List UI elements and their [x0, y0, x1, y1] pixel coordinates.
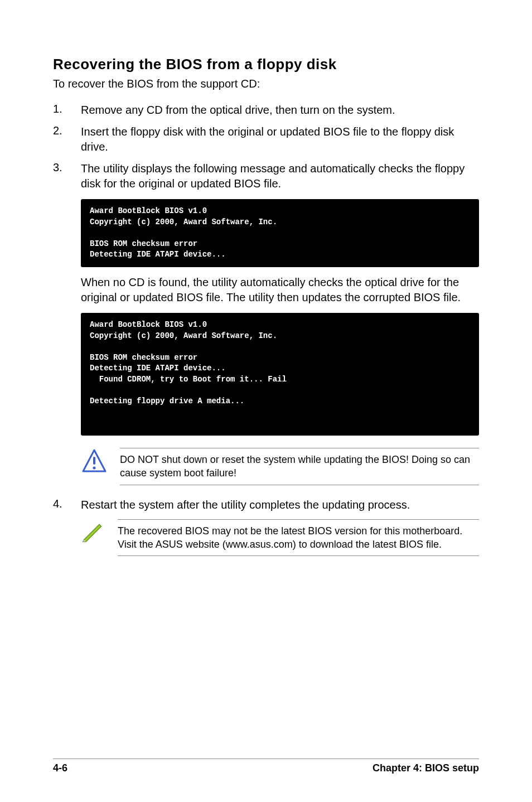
- step-text: Insert the floppy disk with the original…: [81, 124, 479, 154]
- step-number: 2.: [53, 124, 81, 154]
- page-footer: 4-6 Chapter 4: BIOS setup: [53, 758, 479, 774]
- step-2: 2. Insert the floppy disk with the origi…: [53, 124, 479, 154]
- step-text: The utility displays the following messa…: [81, 161, 479, 191]
- chapter-label: Chapter 4: BIOS setup: [373, 762, 479, 774]
- note-text: The recovered BIOS may not be the latest…: [118, 519, 479, 557]
- step-text: Restart the system after the utility com…: [81, 497, 479, 513]
- step-text: Remove any CD from the optical drive, th…: [81, 103, 479, 118]
- step-4: 4. Restart the system after the utility …: [53, 497, 479, 513]
- svg-point-2: [93, 466, 96, 469]
- svg-rect-1: [93, 457, 95, 465]
- page-number: 4-6: [53, 762, 67, 774]
- step-number: 1.: [53, 103, 81, 118]
- intro-text: To recover the BIOS from the support CD:: [53, 78, 479, 90]
- step-number: 4.: [53, 497, 81, 513]
- terminal-output-1: Award BootBlock BIOS v1.0 Copyright (c) …: [81, 199, 479, 267]
- terminal-output-2: Award BootBlock BIOS v1.0 Copyright (c) …: [81, 313, 479, 436]
- pencil-icon: [81, 519, 105, 544]
- followup-paragraph: When no CD is found, the utility automat…: [81, 275, 479, 305]
- svg-marker-3: [83, 524, 101, 542]
- warning-callout: DO NOT shut down or reset the system whi…: [81, 448, 479, 485]
- step-number: 3.: [53, 161, 81, 191]
- step-1: 1. Remove any CD from the optical drive,…: [53, 103, 479, 118]
- section-heading: Recovering the BIOS from a floppy disk: [53, 56, 479, 73]
- step-3: 3. The utility displays the following me…: [53, 161, 479, 191]
- warning-triangle-icon: [81, 448, 108, 475]
- note-callout: The recovered BIOS may not be the latest…: [81, 519, 479, 557]
- warning-text: DO NOT shut down or reset the system whi…: [120, 448, 479, 485]
